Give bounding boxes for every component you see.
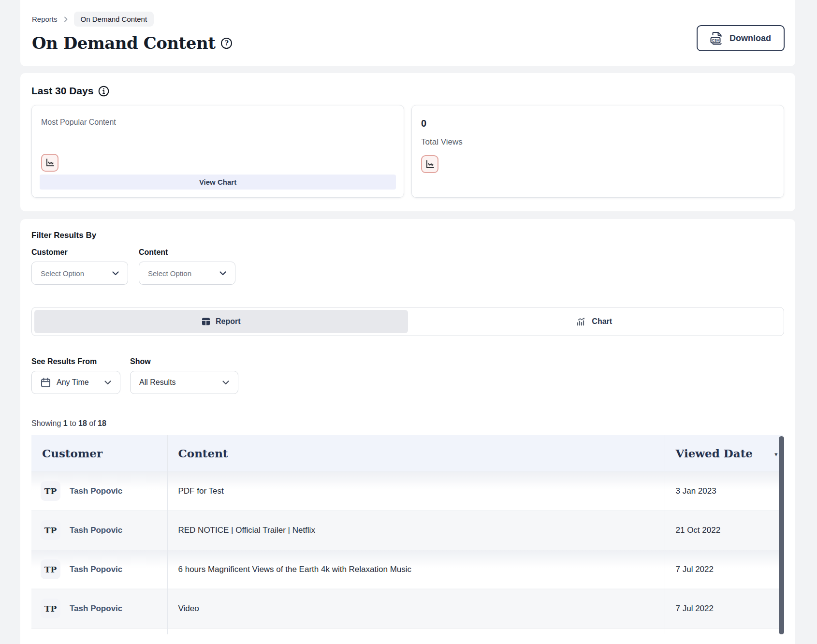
viewed-date-cell: 7 Jul 2022 xyxy=(665,550,783,589)
view-tab-bar: Report Chart xyxy=(31,307,784,336)
customer-name-link[interactable]: Tash Popovic xyxy=(70,565,122,574)
svg-text:CSV: CSV xyxy=(712,38,719,43)
filter-section-title: Filter Results By xyxy=(31,231,784,240)
card-title: Most Popular Content xyxy=(41,118,394,127)
help-icon[interactable]: ? xyxy=(221,38,232,49)
table-row: TP Tash Popovic PDF for Test 3 Jan 2023 xyxy=(31,471,783,511)
info-icon[interactable] xyxy=(98,86,109,97)
summary-section-title: Last 30 Days xyxy=(31,85,93,97)
content-cell: 6 hours Magnificent Views of the Earth 4… xyxy=(167,550,665,589)
chart-placeholder-icon xyxy=(421,155,438,173)
content-cell: Video xyxy=(167,589,665,628)
results-section: Filter Results By Customer Content Selec… xyxy=(20,219,795,644)
breadcrumb-current-page: On Demand Content xyxy=(74,12,154,27)
summary-section: Last 30 Days Most Popular Content xyxy=(20,73,795,211)
total-views-value: 0 xyxy=(421,118,774,129)
viewed-date-cell: 3 Jan 2023 xyxy=(665,471,783,511)
chevron-down-icon xyxy=(103,378,112,387)
customer-filter-label: Customer xyxy=(31,248,139,257)
content-cell: PDF for Test xyxy=(167,471,665,511)
bar-chart-icon xyxy=(577,317,586,326)
table-row: TP Tash Popovic 6 hours Magnificent View… xyxy=(31,550,783,589)
customer-filter-select[interactable]: Select Option xyxy=(31,262,128,285)
total-views-label: Total Views xyxy=(421,137,774,147)
most-popular-content-card: Most Popular Content View Chart xyxy=(31,105,404,198)
customer-name-link[interactable]: Tash Popovic xyxy=(70,486,122,496)
csv-file-icon: CSV xyxy=(710,31,723,45)
download-button[interactable]: CSV Download xyxy=(697,25,785,51)
tab-chart[interactable]: Chart xyxy=(408,310,782,333)
content-filter-select[interactable]: Select Option xyxy=(139,262,235,285)
results-count: Showing 1 to 18 of 18 xyxy=(31,419,784,428)
results-table-body: TP Tash Popovic PDF for Test 3 Jan 2023 … xyxy=(31,471,783,628)
chevron-down-icon xyxy=(111,269,120,278)
page-title: On Demand Content xyxy=(32,33,215,53)
view-chart-button[interactable]: View Chart xyxy=(40,175,396,190)
show-results-select[interactable]: All Results xyxy=(130,371,238,394)
calendar-icon xyxy=(41,378,51,388)
total-views-card: 0 Total Views xyxy=(411,105,784,198)
customer-name-link[interactable]: Tash Popovic xyxy=(70,604,122,614)
page-header: Reports On Demand Content On Demand Cont… xyxy=(20,0,795,66)
customer-name-link[interactable]: Tash Popovic xyxy=(70,526,122,535)
viewed-date-cell: 21 Oct 2022 xyxy=(665,511,783,550)
show-label: Show xyxy=(130,357,151,366)
avatar: TP xyxy=(41,599,60,618)
download-button-label: Download xyxy=(729,33,771,44)
breadcrumb-reports-link[interactable]: Reports xyxy=(32,15,58,23)
avatar: TP xyxy=(41,559,60,579)
content-filter-label: Content xyxy=(139,248,168,257)
scrollbar-thumb[interactable] xyxy=(779,436,784,634)
chart-placeholder-icon xyxy=(41,154,58,172)
table-row: TP Tash Popovic RED NOTICE | Official Tr… xyxy=(31,511,783,550)
column-header-customer: Customer xyxy=(31,435,167,471)
table-grid-icon xyxy=(202,317,210,326)
table-scrollbar xyxy=(779,436,784,634)
content-cell: RED NOTICE | Official Trailer | Netflix xyxy=(167,511,665,550)
see-results-from-label: See Results From xyxy=(31,357,130,366)
avatar: TP xyxy=(41,481,60,501)
chevron-right-icon xyxy=(62,16,69,23)
viewed-date-cell: 7 Jul 2022 xyxy=(665,589,783,628)
results-table: Customer Content Viewed Date▾ TP Tash Po… xyxy=(31,435,783,634)
breadcrumb: Reports On Demand Content xyxy=(32,12,776,27)
tab-report[interactable]: Report xyxy=(34,310,408,333)
table-row-partial xyxy=(31,628,783,634)
chevron-down-icon xyxy=(219,269,227,278)
sort-desc-icon: ▾ xyxy=(774,451,778,458)
avatar: TP xyxy=(41,520,60,540)
table-row: TP Tash Popovic Video 7 Jul 2022 xyxy=(31,589,783,628)
column-header-content: Content xyxy=(167,435,665,471)
column-header-viewed-date[interactable]: Viewed Date▾ xyxy=(665,435,783,471)
time-range-select[interactable]: Any Time xyxy=(31,371,120,394)
chevron-down-icon xyxy=(221,378,230,387)
